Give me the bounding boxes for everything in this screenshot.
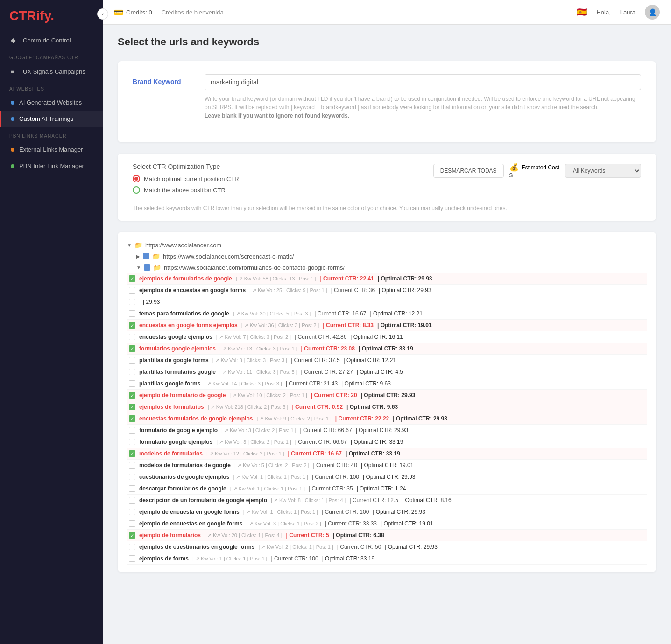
keyword-row: plantillas formularios google| ↗ Kw Vol:… — [127, 366, 647, 378]
kw-checkbox[interactable]: ✓ — [129, 450, 135, 457]
kw-checkbox[interactable]: ✓ — [129, 322, 135, 329]
dot-icon — [11, 148, 14, 152]
brand-keyword-hint: Write your brand keyword (or domain with… — [205, 95, 641, 120]
keyword-row: formulario de google ejemplo| ↗ Kw Vol: … — [127, 425, 647, 436]
tree-child-1: ▶ 📁 https://www.socialancer.com/screenca… — [127, 251, 647, 262]
kw-checkbox[interactable]: ✓ — [129, 404, 135, 410]
sidebar-item-ai-generated[interactable]: AI Generated Websites — [0, 94, 103, 111]
kw-name: ejemplos de encuestas en google forms — [139, 287, 246, 294]
keyword-row: temas para formularios de google| ↗ Kw V… — [127, 308, 647, 320]
sidebar-item-custom-ai[interactable]: Custom AI Trainings — [0, 111, 103, 127]
kw-icon: | ↗ Kw Vol: 8 | Clicks: 1 | Pos: 4 | — [271, 497, 346, 504]
kw-name: cuestionarios de google ejemplos — [139, 474, 229, 480]
flag-icon: 🇪🇸 — [577, 7, 587, 17]
kw-icon: | ↗ Kw Vol: 3 | Clicks: 2 | Pos: 1 | — [221, 427, 296, 434]
tree-toggle-icon[interactable]: ▶ — [136, 254, 140, 259]
tree-toggle-icon[interactable]: ▼ — [127, 243, 132, 248]
diamond-icon: ◆ — [11, 36, 18, 44]
list-icon: ≡ — [11, 68, 18, 75]
cost-currency: $ — [509, 172, 513, 179]
kw-name: formularios google ejemplos — [139, 345, 216, 352]
kw-checkbox[interactable] — [129, 369, 135, 375]
kw-checkbox[interactable] — [129, 497, 135, 504]
kw-optimal-ctr: | Optimal CTR: 9.63 — [346, 404, 398, 410]
kw-current-ctr: | Current CTR: 27.27 — [301, 369, 353, 375]
ctr-label: Select CTR Optimization Type — [133, 163, 424, 170]
kw-optimal-ctr: | Optimal CTR: 1.24 — [357, 485, 406, 492]
keyword-row: ejemplo de encuesta en google forms| ↗ K… — [127, 506, 647, 518]
kw-checkbox[interactable] — [129, 462, 135, 469]
kw-checkbox[interactable] — [129, 509, 135, 515]
ctr-hint: The selected keywords with CTR lower tha… — [133, 205, 641, 211]
brand-keyword-input[interactable] — [205, 74, 641, 90]
kw-checkbox[interactable] — [129, 357, 135, 364]
kw-checkbox[interactable]: ✓ — [129, 532, 135, 539]
tree-root: ▼ 📁 https://www.socialancer.com — [127, 239, 647, 251]
kw-checkbox[interactable] — [129, 427, 135, 434]
keyword-row: plantillas google forms| ↗ Kw Vol: 14 | … — [127, 378, 647, 390]
ctr-option-1[interactable]: Match optimal current position CTR — [133, 175, 424, 182]
kw-checkbox[interactable] — [129, 544, 135, 550]
sidebar-item-external-links[interactable]: External Links Manager — [0, 141, 103, 158]
kw-name: encuestas google ejemplos — [139, 334, 212, 340]
sidebar-section-google: GOOGLE: CAMPAÑAS CTR — [0, 49, 103, 63]
keyword-row: ejemplos de cuestionarios en google form… — [127, 541, 647, 553]
kw-icon: | ↗ Kw Vol: 5 | Clicks: 2 | Pos: 2 | — [234, 462, 309, 469]
sidebar-item-ux-signals[interactable]: ≡ UX Signals Campaigns — [0, 63, 103, 80]
kw-name: ejemplos de cuestionarios en google form… — [139, 544, 254, 550]
kw-name: temas para formularios de google — [139, 310, 229, 317]
ctr-section: Select CTR Optimization Type Match optim… — [118, 154, 656, 221]
kw-name: descargar formularios de google — [139, 485, 226, 492]
kw-checkbox[interactable]: ✓ — [129, 345, 135, 352]
kw-checkbox[interactable]: ✓ — [129, 275, 135, 282]
kw-checkbox[interactable] — [129, 485, 135, 492]
kw-checkbox[interactable] — [129, 287, 135, 294]
kw-optimal-ctr: | Optimal CTR: 33.19 — [359, 345, 413, 352]
kw-optimal-ctr: | Optimal CTR: 29.93 — [378, 275, 432, 282]
kw-checkbox[interactable] — [129, 334, 135, 340]
sidebar-collapse-button[interactable]: ‹ — [97, 8, 108, 20]
kw-icon: | ↗ Kw Vol: 7 | Clicks: 3 | Pos: 2 | — [216, 334, 291, 340]
keyword-row: ejemplo de encuestas en google forms| ↗ … — [127, 518, 647, 530]
kw-optimal-ctr: | 29.93 — [143, 299, 160, 305]
kw-checkbox[interactable]: ✓ — [129, 415, 135, 422]
kw-checkbox[interactable] — [129, 380, 135, 387]
kw-icon: | ↗ Kw Vol: 1 | Clicks: 1 | Pos: 1 | — [243, 509, 318, 515]
kw-current-ctr: | Current CTR: 33.33 — [325, 520, 377, 527]
keyword-row: descripcion de un formulario de google e… — [127, 495, 647, 506]
credits-icon: 💳 — [114, 8, 123, 17]
kw-filter-select[interactable]: All Keywords Checked Keywords Unchecked … — [565, 164, 641, 178]
kw-icon: | ↗ Kw Vol: 1 | Clicks: 1 | Pos: 1 | — [230, 486, 305, 492]
kw-optimal-ctr: | Optimal CTR: 16.11 — [350, 334, 403, 340]
kw-checkbox[interactable] — [129, 439, 135, 445]
radio-empty-icon — [133, 186, 140, 194]
tree-root-url: https://www.socialancer.com — [145, 242, 221, 249]
kw-checkbox[interactable] — [129, 299, 135, 305]
keyword-row: ✓ejemplo de formularios| ↗ Kw Vol: 20 | … — [127, 530, 647, 541]
sidebar-item-centro-control[interactable]: ◆ Centro de Control — [0, 32, 103, 49]
keyword-row: plantillas de google forms| ↗ Kw Vol: 8 … — [127, 355, 647, 366]
kw-checkbox[interactable] — [129, 474, 135, 480]
sidebar-item-pbn-inter[interactable]: PBN Inter Link Manager — [0, 158, 103, 174]
kw-icon: | ↗ Kw Vol: 3 | Clicks: 2 | Pos: 1 | — [216, 439, 291, 445]
kw-icon: | ↗ Kw Vol: 11 | Clicks: 3 | Pos: 5 | — [219, 369, 297, 375]
kw-icon: | ↗ Kw Vol: 30 | Clicks: 5 | Pos: 3 | — [233, 311, 311, 317]
kw-checkbox[interactable] — [129, 555, 135, 562]
tree-toggle-icon[interactable]: ▼ — [136, 265, 141, 270]
cost-icon: 💰 — [509, 163, 519, 172]
kw-optimal-ctr: | Optimal CTR: 12.21 — [370, 310, 423, 317]
kw-checkbox[interactable]: ✓ — [129, 392, 135, 399]
sidebar-item-label: PBN Inter Link Manager — [19, 162, 84, 169]
ctr-option-2[interactable]: Match the above position CTR — [133, 186, 424, 194]
dot-icon — [11, 117, 14, 121]
tree-child-2-url: https://www.socialancer.com/formularios-… — [164, 264, 345, 271]
kw-optimal-ctr: | Optimal CTR: 29.93 — [356, 427, 409, 434]
keyword-row: cuestionarios de google ejemplos| ↗ Kw V… — [127, 471, 647, 483]
kw-optimal-ctr: | Optimal CTR: 29.93 — [373, 509, 425, 515]
kw-icon: | ↗ Kw Vol: 12 | Clicks: 2 | Pos: 1 | — [206, 451, 284, 457]
kw-optimal-ctr: | Optimal CTR: 4.5 — [357, 369, 403, 375]
kw-checkbox[interactable] — [129, 310, 135, 317]
brand-keyword-label: Brand Keyword — [133, 74, 193, 85]
desmarcar-button[interactable]: DESMARCAR TODAS — [433, 164, 504, 178]
kw-checkbox[interactable] — [129, 520, 135, 527]
